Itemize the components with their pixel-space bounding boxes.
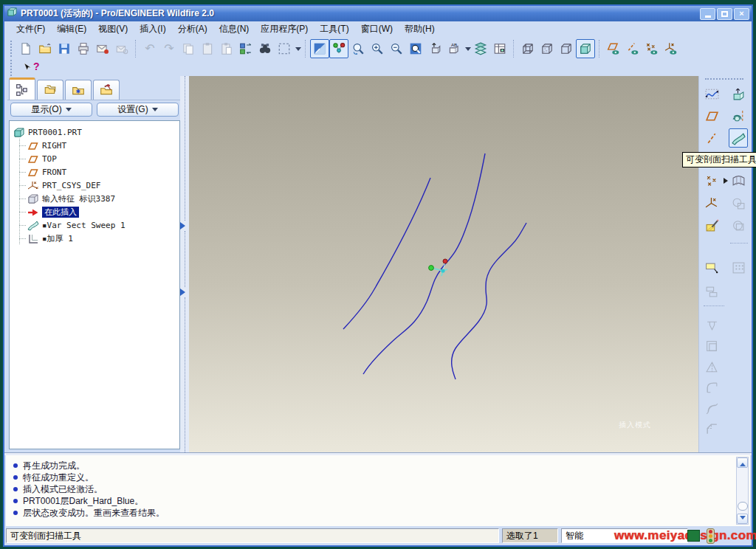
redo-icon: ↷	[159, 39, 179, 58]
chevron-down-icon	[66, 108, 72, 114]
traffic-light-icon[interactable]	[707, 528, 715, 544]
maximize-button[interactable]	[717, 8, 732, 20]
toolbar-grip[interactable]	[10, 60, 13, 76]
tree-item-part[interactable]: PRT0001.PRT	[10, 125, 179, 139]
datum-axis-icon[interactable]	[702, 128, 721, 148]
menu-help[interactable]: 帮助(H)	[399, 21, 441, 37]
menu-applications[interactable]: 应用程序(P)	[255, 21, 314, 37]
datum-point-icon[interactable]	[702, 171, 721, 190]
spin-center-icon[interactable]	[329, 39, 348, 58]
model-regen-status-icon[interactable]	[687, 530, 700, 542]
tree-item-thicken[interactable]: ▪加厚 1	[10, 232, 179, 245]
chevron-down-icon	[152, 108, 158, 114]
toolbar-separator	[704, 305, 724, 306]
datum-csys-toggle-icon[interactable]	[662, 39, 681, 58]
datum-axes-toggle-icon[interactable]	[623, 39, 642, 58]
new-file-icon[interactable]	[16, 39, 35, 58]
datum-planes-toggle-icon[interactable]	[604, 39, 623, 58]
find-icon[interactable]	[255, 39, 275, 58]
sash-collapse-arrow-icon[interactable]	[180, 222, 189, 229]
refit-icon[interactable]	[406, 39, 425, 58]
selection-box-icon[interactable]	[275, 39, 294, 58]
menu-analysis[interactable]: 分析(A)	[172, 21, 213, 37]
tab-folder-browser[interactable]	[37, 80, 63, 100]
menu-view[interactable]: 视图(V)	[92, 21, 134, 37]
datum-csys-icon[interactable]	[702, 193, 721, 213]
part-icon	[13, 127, 25, 138]
scroll-up-icon[interactable]	[737, 458, 748, 468]
application-window: PRT0001 (活动的) - Pro/ENGINEER Wildfire 2.…	[3, 4, 753, 547]
tab-favorites[interactable]	[65, 80, 92, 100]
print-icon[interactable]	[74, 39, 93, 58]
hidden-line-display-icon[interactable]	[537, 39, 557, 58]
message-area: 再生成功完成。 特征成功重定义。 插入模式已经激活。 PRT0001层Dark_…	[6, 455, 750, 526]
tab-model-tree[interactable]	[9, 77, 35, 100]
toolbar-grip[interactable]	[10, 41, 13, 57]
screen: { "window": { "title": "PRT0001 (活动的) - …	[0, 0, 756, 549]
save-icon[interactable]	[55, 39, 74, 58]
open-icon[interactable]	[35, 39, 55, 58]
view-manager-icon[interactable]	[490, 39, 509, 58]
sketch-tool-icon[interactable]	[702, 215, 721, 235]
boundary-blend-icon[interactable]	[729, 171, 748, 190]
shade-display-icon[interactable]	[310, 39, 329, 58]
reorient-view-icon[interactable]	[348, 39, 368, 58]
tree-item-right-plane[interactable]: RIGHT	[10, 139, 179, 152]
sketched-curve-icon[interactable]	[702, 84, 721, 103]
curve-wavy	[452, 223, 526, 379]
sash-handle[interactable]	[738, 502, 748, 511]
tree-item-csys[interactable]: PRT_CSYS_DEF	[10, 179, 179, 192]
zoom-in-icon[interactable]	[368, 39, 387, 58]
datum-points-toggle-icon[interactable]	[642, 39, 662, 58]
wireframe-display-icon[interactable]	[518, 39, 537, 58]
tree-item-label: TOP	[42, 154, 57, 164]
regenerate-icon[interactable]	[236, 39, 255, 58]
menu-edit[interactable]: 编辑(E)	[51, 21, 92, 37]
tree-item-label: PRT_CSYS_DEF	[42, 181, 100, 190]
extrude-icon[interactable]	[729, 84, 748, 103]
sash-line	[185, 231, 185, 287]
variable-section-sweep-icon[interactable]	[729, 128, 748, 148]
datum-plane-icon	[27, 153, 39, 165]
tree-item-var-sect-sweep[interactable]: ▪Var Sect Sweep 1	[10, 218, 179, 232]
close-button[interactable]: ×	[734, 8, 749, 20]
datum-plane-icon[interactable]	[702, 106, 721, 125]
menu-file[interactable]: 文件(F)	[10, 21, 51, 37]
tree-item-import-feature[interactable]: 输入特征 标识3387	[10, 192, 179, 205]
tree-item-label: ▪加厚 1	[42, 233, 73, 244]
sash-line	[185, 76, 185, 221]
graphics-area[interactable]: 插入模式	[189, 76, 698, 452]
layers-icon[interactable]	[471, 39, 490, 58]
menu-info[interactable]: 信息(N)	[213, 21, 255, 37]
note-icon[interactable]	[702, 258, 721, 277]
scroll-down-icon[interactable]	[737, 514, 748, 524]
message-bullet-icon	[13, 511, 18, 515]
message-line: 插入模式已经激活。	[13, 483, 750, 495]
selection-box-dropdown-icon[interactable]	[295, 47, 301, 54]
minimize-button[interactable]	[700, 8, 715, 20]
tree-item-label: RIGHT	[42, 141, 66, 151]
tree-item-insert-here[interactable]: 在此插入	[10, 205, 179, 218]
no-hidden-display-icon[interactable]	[557, 39, 576, 58]
tree-item-top-plane[interactable]: TOP	[10, 152, 179, 165]
site-watermark: www.meiyadesign.com	[614, 528, 756, 543]
zoom-out-icon[interactable]	[387, 39, 406, 58]
sash-collapse-arrow-icon[interactable]	[180, 289, 189, 296]
toolbar-grip[interactable]	[705, 78, 743, 80]
menu-window[interactable]: 窗口(W)	[355, 21, 399, 37]
orient-mode-icon[interactable]	[425, 39, 444, 58]
tree-item-front-plane[interactable]: FRONT	[10, 165, 179, 179]
revolve-icon[interactable]	[729, 106, 748, 125]
saved-views-icon[interactable]: AB	[444, 39, 464, 58]
tab-connections[interactable]	[93, 80, 120, 100]
menu-insert[interactable]: 插入(I)	[134, 21, 171, 37]
email-icon[interactable]	[93, 39, 112, 58]
menu-tools[interactable]: 工具(T)	[314, 21, 354, 37]
settings-button[interactable]: 设置(G)	[97, 103, 179, 117]
message-scrollbar[interactable]	[736, 457, 749, 525]
navigator-sash[interactable]	[180, 76, 189, 452]
saved-views-dropdown-icon[interactable]	[465, 47, 471, 54]
shaded-display-icon[interactable]	[576, 39, 595, 58]
context-help-icon[interactable]: ?	[22, 62, 40, 74]
show-button[interactable]: 显示(O)	[10, 103, 92, 117]
